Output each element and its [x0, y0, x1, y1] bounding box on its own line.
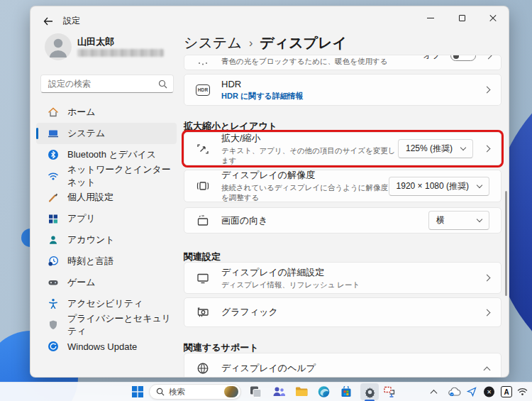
- graphics-title: グラフィック: [221, 306, 484, 319]
- page-title: ディスプレイ: [260, 33, 347, 53]
- sidebar-item-label: プライバシーとセキュリティ: [67, 312, 177, 338]
- taskbar-search-input[interactable]: 検索: [149, 384, 241, 400]
- privacy-shield-icon: [48, 319, 59, 331]
- file-explorer-icon: [295, 387, 308, 397]
- sidebar-item-label: アプリ: [67, 212, 96, 225]
- sidebar-nav: ホーム システム Bluetooth とデバイス ネットワークとインターネット …: [36, 101, 177, 357]
- network-icon: [48, 170, 59, 182]
- bluetooth-icon: [48, 149, 59, 160]
- night-light-toggle[interactable]: [450, 55, 476, 61]
- location-tray-icon[interactable]: [467, 387, 477, 397]
- microsoft-store-icon: [340, 386, 352, 397]
- status-tray-icon[interactable]: ✕: [484, 387, 494, 397]
- settings-search-input[interactable]: 設定の検索: [40, 75, 174, 93]
- maximize-button[interactable]: [446, 6, 477, 29]
- sidebar-item-windows-update[interactable]: Windows Update: [36, 336, 177, 357]
- wifi-icon: [517, 388, 528, 396]
- orientation-dropdown[interactable]: 横: [428, 211, 489, 230]
- teams-button[interactable]: [272, 386, 285, 397]
- task-view-button[interactable]: [250, 386, 262, 398]
- gaming-icon: [48, 277, 59, 288]
- accounts-icon: [48, 234, 59, 246]
- sidebar-item-system[interactable]: システム: [36, 123, 177, 144]
- hdr-row[interactable]: HDR HDR HDR に関する詳細情報: [184, 74, 501, 106]
- remote-display-button[interactable]: [383, 386, 396, 398]
- user-name: 山田太郎: [77, 35, 114, 48]
- resolution-title: ディスプレイの解像度: [221, 169, 389, 182]
- advanced-display-subtitle: ディスプレイ情報、リフレッシュ レート: [221, 280, 484, 290]
- display-help-row[interactable]: ディスプレイのヘルプ: [184, 353, 501, 378]
- settings-taskbar-button[interactable]: [360, 383, 379, 400]
- search-highlight-thumbnail: [224, 386, 238, 397]
- orientation-value: 横: [436, 214, 445, 226]
- user-profile[interactable]: 山田太郎: [36, 32, 177, 69]
- night-light-row-clipped[interactable]: 青色の光をブロックするために、暖色を使用する オフ: [184, 55, 501, 70]
- hdr-icon: HDR: [196, 84, 210, 96]
- windows-update-icon: [48, 341, 59, 352]
- sidebar-item-network[interactable]: ネットワークとインターネット: [36, 165, 177, 187]
- chevron-right-icon[interactable]: [484, 145, 491, 153]
- chevron-up-icon[interactable]: [484, 366, 491, 373]
- sidebar-item-gaming[interactable]: ゲーム: [36, 272, 177, 293]
- chevron-down-icon: [477, 216, 482, 222]
- content-scrollbar[interactable]: [505, 191, 507, 296]
- task-view-icon: [250, 386, 262, 398]
- advanced-display-row[interactable]: ディスプレイの詳細設定 ディスプレイ情報、リフレッシュ レート: [184, 262, 501, 294]
- ime-mode-button[interactable]: A: [501, 386, 512, 397]
- sidebar-item-time-language[interactable]: 時刻と言語: [36, 251, 177, 272]
- sidebar-item-label: システム: [67, 127, 105, 140]
- night-light-subtitle: 青色の光をブロックするために、暖色を使用する: [221, 57, 387, 67]
- sidebar-item-privacy[interactable]: プライバシーとセキュリティ: [36, 314, 177, 336]
- resolution-value: 1920 × 1080 (推奨): [397, 180, 469, 192]
- chevron-right-icon[interactable]: [484, 275, 491, 282]
- user-email-redacted: [77, 49, 164, 57]
- onedrive-tray-icon[interactable]: [448, 388, 461, 397]
- breadcrumb: システム › ディスプレイ: [184, 33, 347, 53]
- start-button[interactable]: [132, 386, 143, 397]
- scale-row[interactable]: 拡大/縮小 テキスト、アプリ、その他の項目のサイズを変更します 125% (推奨…: [184, 132, 501, 165]
- resolution-dropdown[interactable]: 1920 × 1080 (推奨): [389, 177, 489, 196]
- teams-icon: [272, 386, 285, 397]
- chevron-right-icon[interactable]: [484, 309, 491, 316]
- tray-expand-button[interactable]: [431, 388, 436, 396]
- sidebar-item-label: アカウント: [67, 234, 115, 246]
- home-icon: [48, 106, 59, 118]
- display-help-title: ディスプレイのヘルプ: [221, 362, 484, 375]
- hdr-info-link[interactable]: HDR に関する詳細情報: [221, 91, 484, 101]
- wifi-tray-button[interactable]: [517, 388, 528, 396]
- sidebar-item-accessibility[interactable]: アクセシビリティ: [36, 293, 177, 314]
- sidebar: 山田太郎 設定の検索 ホーム システム Bluetooth とデバイス: [36, 32, 177, 357]
- close-button[interactable]: [477, 6, 509, 29]
- resolution-subtitle: 接続されているディスプレイに合うように解像度を調整する: [221, 183, 389, 203]
- toggle-knob: [453, 55, 459, 59]
- file-explorer-button[interactable]: [295, 387, 308, 397]
- taskbar: 検索 ✕ A: [0, 382, 532, 401]
- sidebar-item-label: Windows Update: [67, 341, 137, 352]
- sidebar-item-apps[interactable]: アプリ: [36, 208, 177, 229]
- orientation-row[interactable]: 画面の向き 横: [184, 207, 501, 234]
- sidebar-item-personalization[interactable]: 個人用設定: [36, 187, 177, 208]
- resolution-row[interactable]: ディスプレイの解像度 接続されているディスプレイに合うように解像度を調整する 1…: [184, 170, 501, 202]
- scale-dropdown[interactable]: 125% (推奨): [398, 139, 473, 158]
- microsoft-store-button[interactable]: [340, 386, 352, 397]
- night-light-toggle-label: オフ: [423, 55, 440, 62]
- scale-title: 拡大/縮小: [221, 132, 398, 145]
- orientation-icon: [196, 214, 210, 228]
- breadcrumb-parent[interactable]: システム: [184, 33, 242, 53]
- chevron-right-icon[interactable]: [484, 87, 491, 94]
- windows-logo-icon: [132, 386, 143, 397]
- settings-search-placeholder: 設定の検索: [48, 78, 158, 90]
- sidebar-item-accounts[interactable]: アカウント: [36, 229, 177, 251]
- hdr-title: HDR: [221, 79, 484, 89]
- graphics-row[interactable]: グラフィック: [184, 297, 501, 327]
- minimize-button[interactable]: [415, 6, 446, 29]
- sidebar-item-bluetooth[interactable]: Bluetooth とデバイス: [36, 144, 177, 165]
- sidebar-item-home[interactable]: ホーム: [36, 101, 177, 123]
- edge-button[interactable]: [318, 386, 330, 398]
- scale-icon: [196, 142, 210, 156]
- back-button[interactable]: [43, 16, 53, 24]
- maximize-icon: [459, 15, 465, 21]
- taskbar-search-placeholder: 検索: [169, 387, 220, 397]
- sidebar-item-label: ネットワークとインターネット: [67, 163, 177, 189]
- chevron-right-icon[interactable]: [485, 55, 492, 59]
